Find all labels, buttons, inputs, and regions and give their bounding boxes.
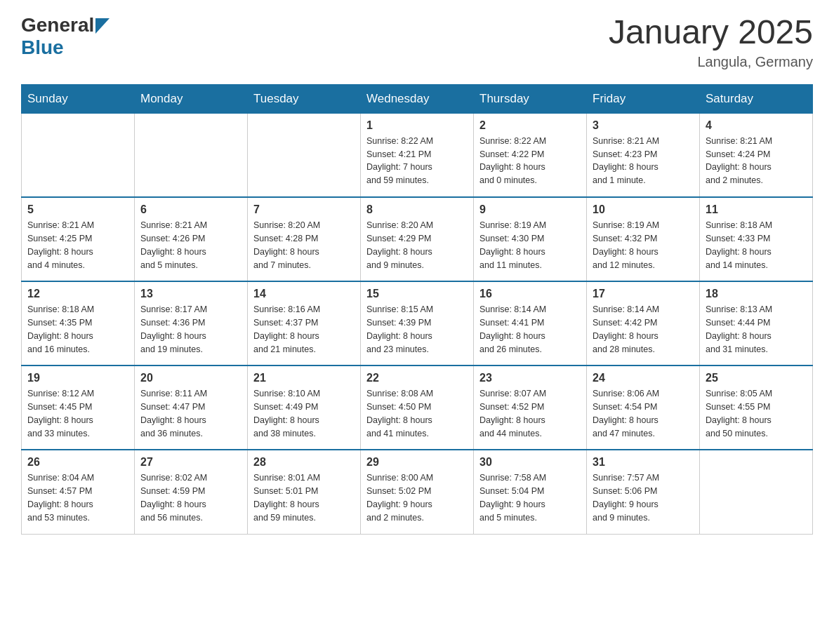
calendar-cell: 4Sunrise: 8:21 AM Sunset: 4:24 PM Daylig… [700, 113, 813, 197]
day-info: Sunrise: 8:07 AM Sunset: 4:52 PM Dayligh… [479, 387, 581, 440]
day-number: 6 [140, 203, 241, 216]
day-info: Sunrise: 8:14 AM Sunset: 4:42 PM Dayligh… [593, 303, 694, 356]
day-number: 21 [253, 372, 355, 384]
day-number: 9 [479, 203, 581, 216]
day-info: Sunrise: 7:57 AM Sunset: 5:06 PM Dayligh… [593, 471, 694, 524]
page-header: General Blue January 2025 Langula, Germa… [21, 14, 813, 70]
day-info: Sunrise: 8:11 AM Sunset: 4:47 PM Dayligh… [140, 387, 241, 440]
calendar-cell [22, 113, 135, 197]
calendar-cell: 13Sunrise: 8:17 AM Sunset: 4:36 PM Dayli… [135, 281, 248, 365]
calendar-cell: 31Sunrise: 7:57 AM Sunset: 5:06 PM Dayli… [587, 450, 700, 534]
day-info: Sunrise: 8:14 AM Sunset: 4:41 PM Dayligh… [479, 303, 581, 356]
day-number: 26 [27, 456, 128, 469]
day-header-thursday: Thursday [474, 84, 587, 113]
logo-blue-text: Blue [21, 36, 64, 58]
day-number: 16 [479, 288, 581, 300]
day-number: 5 [27, 203, 128, 216]
day-header-wednesday: Wednesday [361, 84, 474, 113]
day-number: 14 [253, 288, 355, 300]
day-number: 23 [479, 372, 581, 384]
day-number: 27 [140, 456, 241, 469]
day-info: Sunrise: 8:05 AM Sunset: 4:55 PM Dayligh… [706, 387, 807, 440]
day-info: Sunrise: 8:01 AM Sunset: 5:01 PM Dayligh… [253, 471, 355, 524]
calendar-cell: 21Sunrise: 8:10 AM Sunset: 4:49 PM Dayli… [248, 365, 361, 450]
calendar-cell: 2Sunrise: 8:22 AM Sunset: 4:22 PM Daylig… [474, 113, 587, 197]
week-row-2: 5Sunrise: 8:21 AM Sunset: 4:25 PM Daylig… [22, 197, 813, 281]
day-info: Sunrise: 8:22 AM Sunset: 4:21 PM Dayligh… [366, 135, 468, 187]
calendar-cell: 7Sunrise: 8:20 AM Sunset: 4:28 PM Daylig… [248, 197, 361, 281]
day-info: Sunrise: 8:08 AM Sunset: 4:50 PM Dayligh… [366, 387, 468, 440]
day-info: Sunrise: 8:12 AM Sunset: 4:45 PM Dayligh… [27, 387, 128, 440]
day-info: Sunrise: 8:22 AM Sunset: 4:22 PM Dayligh… [479, 135, 581, 187]
day-number: 25 [706, 372, 807, 384]
day-info: Sunrise: 8:17 AM Sunset: 4:36 PM Dayligh… [140, 303, 241, 356]
calendar-cell: 27Sunrise: 8:02 AM Sunset: 4:59 PM Dayli… [135, 450, 248, 534]
day-number: 10 [593, 203, 694, 216]
day-number: 13 [140, 288, 241, 300]
day-number: 29 [366, 456, 468, 469]
day-info: Sunrise: 8:02 AM Sunset: 4:59 PM Dayligh… [140, 471, 241, 524]
calendar-cell: 11Sunrise: 8:18 AM Sunset: 4:33 PM Dayli… [700, 197, 813, 281]
calendar-cell [135, 113, 248, 197]
day-number: 20 [140, 372, 241, 384]
calendar-title: January 2025 [609, 14, 813, 51]
day-number: 4 [706, 119, 807, 132]
week-row-5: 26Sunrise: 8:04 AM Sunset: 4:57 PM Dayli… [22, 450, 813, 534]
day-number: 15 [366, 288, 468, 300]
day-number: 30 [479, 456, 581, 469]
day-info: Sunrise: 8:15 AM Sunset: 4:39 PM Dayligh… [366, 303, 468, 356]
calendar-cell: 16Sunrise: 8:14 AM Sunset: 4:41 PM Dayli… [474, 281, 587, 365]
day-number: 19 [27, 372, 128, 384]
calendar-cell: 25Sunrise: 8:05 AM Sunset: 4:55 PM Dayli… [700, 365, 813, 450]
logo: General Blue [21, 14, 110, 59]
calendar-cell: 22Sunrise: 8:08 AM Sunset: 4:50 PM Dayli… [361, 365, 474, 450]
calendar-cell: 18Sunrise: 8:13 AM Sunset: 4:44 PM Dayli… [700, 281, 813, 365]
calendar-cell: 28Sunrise: 8:01 AM Sunset: 5:01 PM Dayli… [248, 450, 361, 534]
calendar-cell: 23Sunrise: 8:07 AM Sunset: 4:52 PM Dayli… [474, 365, 587, 450]
day-info: Sunrise: 8:18 AM Sunset: 4:35 PM Dayligh… [27, 303, 128, 356]
day-number: 2 [479, 119, 581, 132]
calendar-cell: 26Sunrise: 8:04 AM Sunset: 4:57 PM Dayli… [22, 450, 135, 534]
day-number: 17 [593, 288, 694, 300]
calendar-cell: 6Sunrise: 8:21 AM Sunset: 4:26 PM Daylig… [135, 197, 248, 281]
day-info: Sunrise: 8:21 AM Sunset: 4:26 PM Dayligh… [140, 219, 241, 271]
calendar-cell: 3Sunrise: 8:21 AM Sunset: 4:23 PM Daylig… [587, 113, 700, 197]
day-info: Sunrise: 8:21 AM Sunset: 4:25 PM Dayligh… [27, 219, 128, 271]
day-number: 7 [253, 203, 355, 216]
day-info: Sunrise: 8:19 AM Sunset: 4:30 PM Dayligh… [479, 219, 581, 271]
calendar-cell: 30Sunrise: 7:58 AM Sunset: 5:04 PM Dayli… [474, 450, 587, 534]
day-info: Sunrise: 8:20 AM Sunset: 4:28 PM Dayligh… [253, 219, 355, 271]
day-number: 24 [593, 372, 694, 384]
calendar-cell: 10Sunrise: 8:19 AM Sunset: 4:32 PM Dayli… [587, 197, 700, 281]
day-info: Sunrise: 8:10 AM Sunset: 4:49 PM Dayligh… [253, 387, 355, 440]
calendar-cell: 15Sunrise: 8:15 AM Sunset: 4:39 PM Dayli… [361, 281, 474, 365]
day-header-saturday: Saturday [700, 84, 813, 113]
day-info: Sunrise: 8:13 AM Sunset: 4:44 PM Dayligh… [706, 303, 807, 356]
calendar-cell: 29Sunrise: 8:00 AM Sunset: 5:02 PM Dayli… [361, 450, 474, 534]
day-info: Sunrise: 8:18 AM Sunset: 4:33 PM Dayligh… [706, 219, 807, 271]
calendar-cell: 19Sunrise: 8:12 AM Sunset: 4:45 PM Dayli… [22, 365, 135, 450]
calendar-cell: 9Sunrise: 8:19 AM Sunset: 4:30 PM Daylig… [474, 197, 587, 281]
calendar-table: SundayMondayTuesdayWednesdayThursdayFrid… [21, 84, 813, 535]
calendar-cell: 14Sunrise: 8:16 AM Sunset: 4:37 PM Dayli… [248, 281, 361, 365]
calendar-cell: 17Sunrise: 8:14 AM Sunset: 4:42 PM Dayli… [587, 281, 700, 365]
calendar-cell: 12Sunrise: 8:18 AM Sunset: 4:35 PM Dayli… [22, 281, 135, 365]
day-info: Sunrise: 8:21 AM Sunset: 4:24 PM Dayligh… [706, 135, 807, 187]
calendar-cell: 8Sunrise: 8:20 AM Sunset: 4:29 PM Daylig… [361, 197, 474, 281]
day-header-friday: Friday [587, 84, 700, 113]
day-number: 11 [706, 203, 807, 216]
day-number: 3 [593, 119, 694, 132]
day-number: 31 [593, 456, 694, 469]
day-info: Sunrise: 8:21 AM Sunset: 4:23 PM Dayligh… [593, 135, 694, 187]
day-number: 22 [366, 372, 468, 384]
week-row-1: 1Sunrise: 8:22 AM Sunset: 4:21 PM Daylig… [22, 113, 813, 197]
day-info: Sunrise: 8:19 AM Sunset: 4:32 PM Dayligh… [593, 219, 694, 271]
day-info: Sunrise: 7:58 AM Sunset: 5:04 PM Dayligh… [479, 471, 581, 524]
day-number: 1 [366, 119, 468, 132]
days-header-row: SundayMondayTuesdayWednesdayThursdayFrid… [22, 84, 813, 113]
svg-marker-0 [95, 18, 110, 34]
logo-general-text: General [21, 14, 94, 36]
title-section: January 2025 Langula, Germany [609, 14, 813, 70]
day-number: 18 [706, 288, 807, 300]
calendar-subtitle: Langula, Germany [609, 54, 813, 70]
